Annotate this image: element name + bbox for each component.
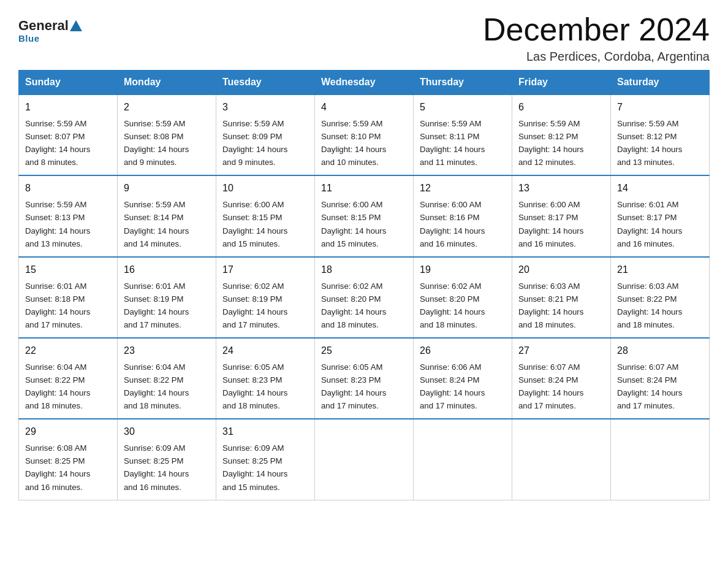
day-info: Sunrise: 6:08 AMSunset: 8:25 PMDaylight:… [25, 442, 111, 494]
calendar-cell [315, 419, 414, 500]
day-info: Sunrise: 5:59 AMSunset: 8:09 PMDaylight:… [222, 117, 308, 169]
day-number: 3 [222, 100, 308, 115]
day-number: 17 [222, 262, 308, 278]
day-info: Sunrise: 6:02 AMSunset: 8:20 PMDaylight:… [321, 280, 407, 332]
week-row-3: 15Sunrise: 6:01 AMSunset: 8:18 PMDayligh… [19, 257, 710, 338]
day-number: 28 [617, 343, 703, 359]
day-info: Sunrise: 6:07 AMSunset: 8:24 PMDaylight:… [617, 361, 703, 413]
calendar-cell: 14Sunrise: 6:01 AMSunset: 8:17 PMDayligh… [611, 175, 710, 256]
day-info: Sunrise: 6:00 AMSunset: 8:15 PMDaylight:… [222, 198, 308, 250]
day-number: 5 [420, 100, 506, 115]
calendar-cell: 15Sunrise: 6:01 AMSunset: 8:18 PMDayligh… [19, 257, 118, 338]
day-number: 25 [321, 343, 407, 359]
day-info: Sunrise: 6:01 AMSunset: 8:19 PMDaylight:… [124, 280, 210, 332]
day-number: 1 [25, 100, 111, 115]
day-number: 18 [321, 262, 407, 278]
header-tuesday: Tuesday [216, 71, 315, 95]
calendar-cell: 3Sunrise: 5:59 AMSunset: 8:09 PMDaylight… [216, 94, 315, 175]
calendar-cell: 4Sunrise: 5:59 AMSunset: 8:10 PMDaylight… [315, 94, 414, 175]
day-info: Sunrise: 6:05 AMSunset: 8:23 PMDaylight:… [222, 361, 308, 413]
logo-triangle-icon [70, 20, 82, 31]
calendar-header-row: SundayMondayTuesdayWednesdayThursdayFrid… [19, 71, 710, 95]
day-number: 15 [25, 262, 111, 278]
day-info: Sunrise: 6:03 AMSunset: 8:22 PMDaylight:… [617, 280, 703, 332]
day-number: 27 [518, 343, 604, 359]
day-info: Sunrise: 6:07 AMSunset: 8:24 PMDaylight:… [518, 361, 604, 413]
page-header: General Blue December 2024 Las Perdices,… [18, 12, 710, 64]
calendar-cell: 28Sunrise: 6:07 AMSunset: 8:24 PMDayligh… [611, 338, 710, 419]
calendar-cell: 23Sunrise: 6:04 AMSunset: 8:22 PMDayligh… [118, 338, 216, 419]
day-info: Sunrise: 5:59 AMSunset: 8:12 PMDaylight:… [617, 117, 703, 169]
header-sunday: Sunday [19, 71, 118, 95]
day-info: Sunrise: 5:59 AMSunset: 8:10 PMDaylight:… [321, 117, 407, 169]
calendar-cell: 24Sunrise: 6:05 AMSunset: 8:23 PMDayligh… [216, 338, 315, 419]
calendar-cell: 5Sunrise: 5:59 AMSunset: 8:11 PMDaylight… [414, 94, 512, 175]
day-info: Sunrise: 5:59 AMSunset: 8:14 PMDaylight:… [124, 198, 210, 250]
day-info: Sunrise: 6:00 AMSunset: 8:15 PMDaylight:… [321, 198, 407, 250]
calendar-cell: 6Sunrise: 5:59 AMSunset: 8:12 PMDaylight… [512, 94, 611, 175]
day-number: 20 [518, 262, 604, 278]
day-number: 7 [617, 100, 703, 115]
calendar-cell: 30Sunrise: 6:09 AMSunset: 8:25 PMDayligh… [118, 419, 216, 500]
day-info: Sunrise: 6:01 AMSunset: 8:17 PMDaylight:… [617, 198, 703, 250]
calendar-cell: 13Sunrise: 6:00 AMSunset: 8:17 PMDayligh… [512, 175, 611, 256]
day-info: Sunrise: 6:05 AMSunset: 8:23 PMDaylight:… [321, 361, 407, 413]
day-number: 2 [124, 100, 210, 115]
calendar-cell: 2Sunrise: 5:59 AMSunset: 8:08 PMDaylight… [118, 94, 216, 175]
calendar-cell: 16Sunrise: 6:01 AMSunset: 8:19 PMDayligh… [118, 257, 216, 338]
day-number: 14 [617, 181, 703, 196]
day-number: 21 [617, 262, 703, 278]
calendar-cell: 20Sunrise: 6:03 AMSunset: 8:21 PMDayligh… [512, 257, 611, 338]
day-info: Sunrise: 5:59 AMSunset: 8:07 PMDaylight:… [25, 117, 111, 169]
calendar-cell: 26Sunrise: 6:06 AMSunset: 8:24 PMDayligh… [414, 338, 512, 419]
header-thursday: Thursday [414, 71, 512, 95]
calendar-cell: 7Sunrise: 5:59 AMSunset: 8:12 PMDaylight… [611, 94, 710, 175]
day-number: 4 [321, 100, 407, 115]
day-info: Sunrise: 6:00 AMSunset: 8:17 PMDaylight:… [518, 198, 604, 250]
calendar-cell: 29Sunrise: 6:08 AMSunset: 8:25 PMDayligh… [19, 419, 118, 500]
calendar-cell: 31Sunrise: 6:09 AMSunset: 8:25 PMDayligh… [216, 419, 315, 500]
month-title: December 2024 [483, 12, 710, 47]
day-info: Sunrise: 6:02 AMSunset: 8:20 PMDaylight:… [420, 280, 506, 332]
day-info: Sunrise: 5:59 AMSunset: 8:08 PMDaylight:… [124, 117, 210, 169]
header-wednesday: Wednesday [315, 71, 414, 95]
calendar-cell [611, 419, 710, 500]
day-number: 30 [124, 424, 210, 440]
calendar-cell: 22Sunrise: 6:04 AMSunset: 8:22 PMDayligh… [19, 338, 118, 419]
day-number: 31 [222, 424, 308, 440]
day-number: 12 [420, 181, 506, 196]
day-number: 19 [420, 262, 506, 278]
week-row-5: 29Sunrise: 6:08 AMSunset: 8:25 PMDayligh… [19, 419, 710, 500]
week-row-4: 22Sunrise: 6:04 AMSunset: 8:22 PMDayligh… [19, 338, 710, 419]
day-info: Sunrise: 5:59 AMSunset: 8:13 PMDaylight:… [25, 198, 111, 250]
day-info: Sunrise: 5:59 AMSunset: 8:11 PMDaylight:… [420, 117, 506, 169]
day-number: 9 [124, 181, 210, 196]
day-info: Sunrise: 6:09 AMSunset: 8:25 PMDaylight:… [124, 442, 210, 494]
day-number: 29 [25, 424, 111, 440]
day-number: 22 [25, 343, 111, 359]
day-info: Sunrise: 5:59 AMSunset: 8:12 PMDaylight:… [518, 117, 604, 169]
calendar-cell: 8Sunrise: 5:59 AMSunset: 8:13 PMDaylight… [19, 175, 118, 256]
week-row-1: 1Sunrise: 5:59 AMSunset: 8:07 PMDaylight… [19, 94, 710, 175]
calendar-cell: 10Sunrise: 6:00 AMSunset: 8:15 PMDayligh… [216, 175, 315, 256]
calendar-cell: 12Sunrise: 6:00 AMSunset: 8:16 PMDayligh… [414, 175, 512, 256]
calendar-cell: 1Sunrise: 5:59 AMSunset: 8:07 PMDaylight… [19, 94, 118, 175]
day-info: Sunrise: 6:02 AMSunset: 8:19 PMDaylight:… [222, 280, 308, 332]
calendar-cell [512, 419, 611, 500]
day-number: 24 [222, 343, 308, 359]
header-monday: Monday [118, 71, 216, 95]
calendar-cell: 18Sunrise: 6:02 AMSunset: 8:20 PMDayligh… [315, 257, 414, 338]
day-info: Sunrise: 6:04 AMSunset: 8:22 PMDaylight:… [124, 361, 210, 413]
day-number: 8 [25, 181, 111, 196]
calendar-cell [414, 419, 512, 500]
day-number: 6 [518, 100, 604, 115]
logo: General Blue [18, 18, 83, 44]
day-info: Sunrise: 6:09 AMSunset: 8:25 PMDaylight:… [222, 442, 308, 494]
calendar-table: SundayMondayTuesdayWednesdayThursdayFrid… [18, 70, 710, 500]
day-info: Sunrise: 6:01 AMSunset: 8:18 PMDaylight:… [25, 280, 111, 332]
day-info: Sunrise: 6:00 AMSunset: 8:16 PMDaylight:… [420, 198, 506, 250]
calendar-cell: 17Sunrise: 6:02 AMSunset: 8:19 PMDayligh… [216, 257, 315, 338]
location-title: Las Perdices, Cordoba, Argentina [483, 50, 710, 64]
header-friday: Friday [512, 71, 611, 95]
title-block: December 2024 Las Perdices, Cordoba, Arg… [483, 12, 710, 64]
